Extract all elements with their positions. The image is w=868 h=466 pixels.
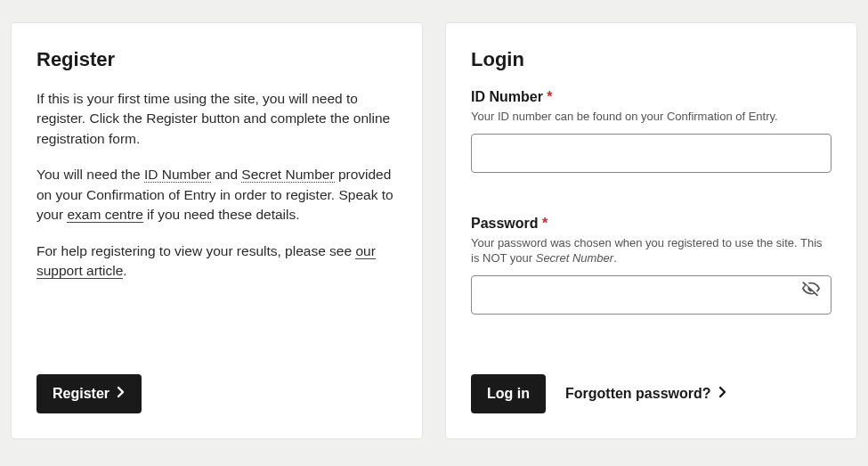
register-intro: If this is your first time using the sit… — [37, 89, 397, 149]
secret-number-term: Secret Number — [241, 167, 334, 183]
register-button[interactable]: Register — [37, 374, 142, 413]
id-number-field-group: ID Number * Your ID number can be found … — [471, 89, 831, 173]
register-requirements: You will need the ID Number and Secret N… — [37, 165, 397, 225]
password-input[interactable] — [471, 275, 831, 315]
login-button-label: Log in — [487, 386, 530, 402]
register-help: For help registering to view your result… — [37, 241, 397, 282]
register-title: Register — [37, 48, 397, 71]
required-marker: * — [542, 216, 548, 231]
eye-off-icon[interactable] — [801, 279, 821, 302]
password-hint: Your password was chosen when you regist… — [471, 235, 831, 266]
id-number-label: ID Number * — [471, 89, 831, 105]
forgotten-password-link[interactable]: Forgotten password? — [565, 386, 727, 402]
required-marker: * — [547, 89, 552, 104]
register-panel: Register If this is your first time usin… — [11, 22, 423, 439]
register-button-label: Register — [53, 386, 110, 402]
login-button[interactable]: Log in — [471, 374, 546, 413]
id-number-term: ID Number — [144, 167, 211, 183]
password-label: Password * — [471, 216, 831, 232]
password-field-group: Password * Your password was chosen when… — [471, 216, 831, 315]
exam-centre-link[interactable]: exam centre — [67, 207, 142, 223]
login-panel: Login ID Number * Your ID number can be … — [445, 22, 857, 439]
chevron-right-icon — [718, 386, 727, 402]
id-number-hint: Your ID number can be found on your Conf… — [471, 109, 831, 125]
chevron-right-icon — [117, 386, 126, 402]
id-number-input[interactable] — [471, 134, 831, 173]
forgotten-password-label: Forgotten password? — [565, 386, 711, 402]
login-title: Login — [471, 48, 831, 71]
